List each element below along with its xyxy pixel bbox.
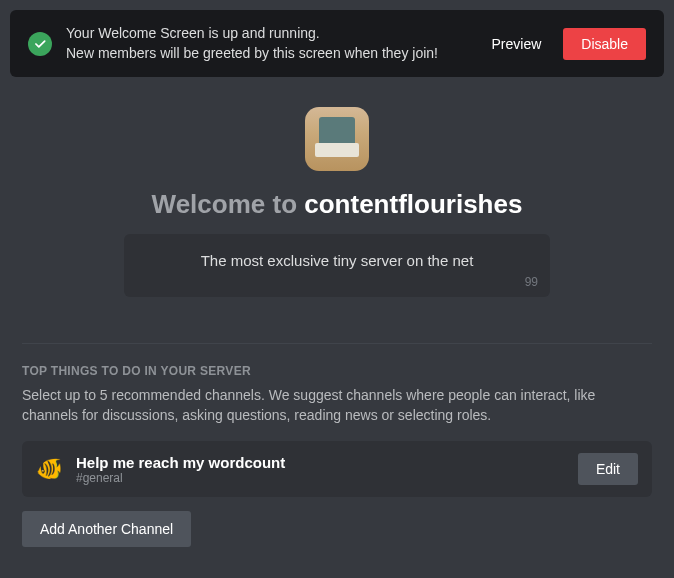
edit-button[interactable]: Edit (578, 453, 638, 485)
preview-button[interactable]: Preview (480, 28, 554, 60)
status-banner: Your Welcome Screen is up and running. N… (10, 10, 664, 77)
check-icon (28, 32, 52, 56)
fish-icon: 🐠 (36, 456, 62, 482)
description-text: The most exclusive tiny server on the ne… (201, 252, 474, 269)
server-icon (305, 107, 369, 171)
channel-name: #general (76, 471, 564, 485)
divider (22, 343, 652, 344)
server-name: contentflourishes (304, 189, 522, 219)
section-heading: TOP THINGS TO DO IN YOUR SERVER (4, 364, 670, 386)
welcome-title: Welcome to contentflourishes (24, 189, 650, 220)
add-another-channel-button[interactable]: Add Another Channel (22, 511, 191, 547)
banner-message: Your Welcome Screen is up and running. N… (66, 24, 466, 63)
disable-button[interactable]: Disable (563, 28, 646, 60)
char-count: 99 (525, 275, 538, 289)
section-description: Select up to 5 recommended channels. We … (4, 386, 670, 441)
welcome-prefix: Welcome to (152, 189, 305, 219)
banner-line-2: New members will be greeted by this scre… (66, 44, 466, 64)
channel-card: 🐠 Help me reach my wordcount #general Ed… (22, 441, 652, 497)
banner-line-1: Your Welcome Screen is up and running. (66, 24, 466, 44)
channel-title: Help me reach my wordcount (76, 454, 564, 471)
description-input[interactable]: The most exclusive tiny server on the ne… (124, 234, 550, 297)
